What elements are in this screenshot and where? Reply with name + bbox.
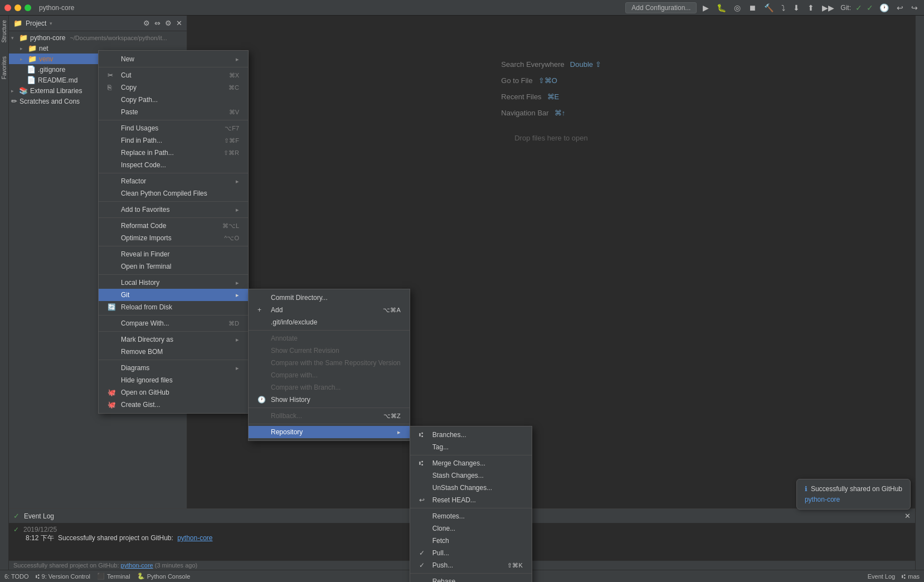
notification-link[interactable]: python-core [805, 496, 840, 503]
remove-bom-label: Remove BOM [121, 348, 163, 356]
menu-item-cut[interactable]: ✂ Cut ⌘X [99, 69, 248, 81]
resume-icon[interactable]: ▶▶ [820, 2, 836, 13]
favorites-tab[interactable]: Favorites [1, 56, 7, 79]
add-configuration-button[interactable]: Add Configuration... [625, 2, 697, 13]
menu-item-paste[interactable]: Paste ⌘V [99, 106, 248, 118]
traffic-lights[interactable] [4, 4, 31, 11]
redo-icon[interactable]: ↪ [910, 2, 920, 13]
git-compare-branch: Compare with Branch... [249, 381, 410, 394]
menu-item-copy[interactable]: ⎘ Copy ⌘C [99, 81, 248, 94]
event-log-time: 8:12 下午 [26, 534, 54, 542]
git-history-icon[interactable]: 🕐 [878, 2, 891, 13]
refactor-label: Refactor [121, 177, 146, 185]
event-log-footer-time: (3 minutes ago) [155, 562, 197, 569]
menu-item-reveal-finder[interactable]: Reveal in Finder [99, 248, 248, 260]
git-repository[interactable]: Repository ▸ ⑆ Branches... Tag... [249, 426, 410, 438]
stop-icon[interactable]: ⏹ [747, 2, 758, 13]
repo-sep-3 [410, 573, 532, 574]
scratches-label: Scratches and Cons [20, 98, 80, 105]
status-terminal[interactable]: ⬛ Terminal [97, 573, 130, 580]
status-python-console[interactable]: 🐍 Python Console [137, 573, 191, 580]
repo-clone[interactable]: Clone... [410, 522, 532, 535]
event-log-link[interactable]: python-core [177, 534, 212, 542]
repo-push[interactable]: ✓ Push... ⇧⌘K [410, 559, 532, 571]
undo-icon[interactable]: ↩ [895, 2, 905, 13]
repo-branches[interactable]: ⑆ Branches... [410, 429, 532, 441]
git-exclude[interactable]: .git/info/exclude [249, 316, 410, 328]
git-add[interactable]: + Add ⌥⌘A [249, 304, 410, 316]
step-out-icon[interactable]: ⬆ [806, 2, 816, 13]
build-icon[interactable]: 🔨 [762, 2, 775, 13]
sync-icon[interactable]: ⚙ [143, 19, 150, 27]
terminal-icon: ⬛ [97, 573, 105, 580]
status-version-control[interactable]: ⑆ 9: Version Control [36, 573, 90, 580]
menu-item-local-history[interactable]: Local History ▸ [99, 277, 248, 289]
menu-item-hide-ignored[interactable]: Hide ignored files [99, 374, 248, 386]
menu-item-reformat[interactable]: Reformat Code ⌘⌥L [99, 220, 248, 232]
menu-item-diagrams[interactable]: Diagrams ▸ [99, 362, 248, 374]
git-show-history[interactable]: 🕐 Show History [249, 394, 410, 406]
minimize-button[interactable] [14, 4, 21, 11]
menu-item-replace-path[interactable]: Replace in Path... ⇧⌘R [99, 147, 248, 159]
status-event-log[interactable]: Event Log [868, 573, 896, 580]
collapse-all-icon[interactable]: ⇔ [154, 19, 161, 27]
step-into-icon[interactable]: ⬇ [791, 2, 801, 13]
menu-item-remove-bom[interactable]: Remove BOM [99, 346, 248, 358]
nav-bar-label: Navigation Bar [501, 109, 548, 117]
status-git-branch[interactable]: ⑆ mas [902, 573, 920, 580]
repo-fetch[interactable]: Fetch [410, 535, 532, 547]
menu-item-git[interactable]: Git ▸ Commit Directory... + Add ⌥⌘A [99, 289, 248, 301]
merge-changes-icon: ⑆ [419, 459, 428, 467]
git-commit-dir[interactable]: Commit Directory... [249, 292, 410, 304]
app-title: python-core [39, 4, 74, 12]
step-over-icon[interactable]: ⤵ [780, 2, 787, 13]
repo-remotes[interactable]: Remotes... [410, 510, 532, 522]
menu-item-compare-with[interactable]: Compare With... ⌘D [99, 317, 248, 329]
context-menu: New ▸ ✂ Cut ⌘X ⎘ Copy ⌘C Copy Path... [98, 50, 249, 414]
separator-10 [99, 360, 248, 360]
close-button[interactable] [4, 4, 11, 11]
pull-label: Pull... [432, 549, 449, 557]
menu-item-find-path[interactable]: Find in Path... ⇧⌘F [99, 134, 248, 147]
tree-item-root[interactable]: ▾ 📁 python-core ~/Documents/workspace/py… [9, 32, 187, 43]
menu-item-inspect-code[interactable]: Inspect Code... [99, 159, 248, 171]
find-usages-label: Find Usages [121, 124, 158, 132]
menu-item-create-gist[interactable]: 🐙 Create Gist... [99, 399, 248, 411]
event-log-close-icon[interactable]: ✕ [904, 512, 911, 520]
repo-rebase[interactable]: Rebase... [410, 575, 532, 582]
event-log-footer-link[interactable]: python-core [121, 562, 153, 569]
menu-item-add-favorites[interactable]: Add to Favorites ▸ [99, 203, 248, 216]
menu-item-mark-dir[interactable]: Mark Directory as ▸ [99, 333, 248, 346]
repo-tag[interactable]: Tag... [410, 441, 532, 453]
debug-icon[interactable]: 🐛 [715, 2, 728, 13]
repo-pull[interactable]: ✓ Pull... [410, 547, 532, 559]
panel-dropdown-icon[interactable]: ▾ [50, 21, 55, 26]
run-icon[interactable]: ▶ [701, 2, 711, 13]
hide-panel-icon[interactable]: ✕ [176, 19, 182, 27]
menu-item-clean-python[interactable]: Clean Python Compiled Files [99, 187, 248, 200]
menu-item-copy-path[interactable]: Copy Path... [99, 94, 248, 106]
maximize-button[interactable] [25, 4, 31, 11]
menu-item-reload-disk[interactable]: 🔄 Reload from Disk [99, 301, 248, 313]
repo-unstash-changes[interactable]: UnStash Changes... [410, 482, 532, 494]
event-log-footer-message: Successfully shared project on GitHub: [13, 562, 121, 569]
repo-stash-changes[interactable]: Stash Changes... [410, 469, 532, 482]
menu-item-open-github[interactable]: 🐙 Open on GitHub [99, 386, 248, 399]
project-panel: 📁 Project ▾ ⚙ ⇔ ⚙ ✕ ▾ 📁 python-core ~/Do… [9, 16, 187, 570]
repo-reset-head[interactable]: ↩ Reset HEAD... [410, 494, 532, 506]
run-coverage-icon[interactable]: ◎ [732, 2, 742, 13]
menu-item-find-usages[interactable]: Find Usages ⌥F7 [99, 122, 248, 134]
unstash-changes-label: UnStash Changes... [432, 484, 492, 492]
menu-item-open-terminal[interactable]: Open in Terminal [99, 260, 248, 273]
compare-with-menu-label: Compare With... [121, 319, 169, 327]
root-label: python-core [30, 34, 65, 42]
repo-merge-changes[interactable]: ⑆ Merge Changes... [410, 457, 532, 469]
settings-icon[interactable]: ⚙ [165, 19, 172, 27]
structure-tab[interactable]: Structure [0, 18, 8, 45]
menu-item-refactor[interactable]: Refactor ▸ [99, 175, 248, 187]
status-todo[interactable]: 6: TODO [4, 573, 29, 580]
recent-files-key: ⌘E [547, 93, 560, 101]
menu-item-optimize-imports[interactable]: Optimize Imports ^⌥O [99, 232, 248, 244]
go-to-file-label: Go to File [501, 76, 532, 85]
menu-item-new[interactable]: New ▸ [99, 53, 248, 65]
